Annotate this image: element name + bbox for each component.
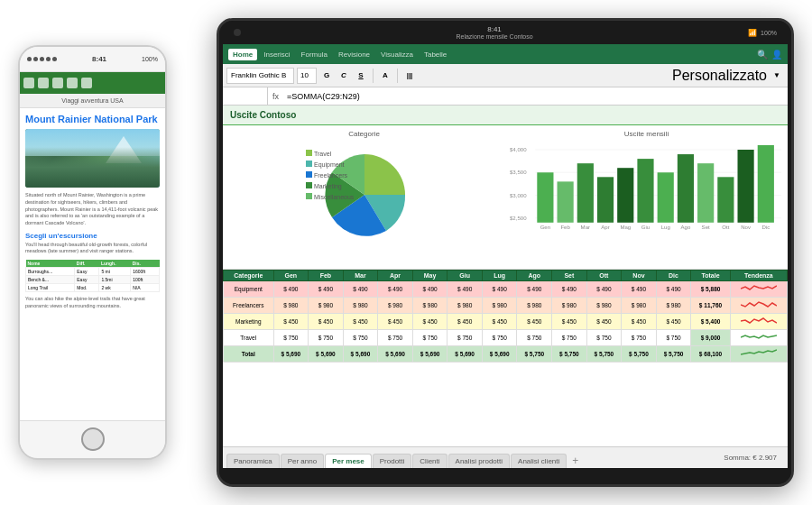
status-sum: Somma: € 2.907 bbox=[724, 454, 784, 462]
col-header-ott: Ott bbox=[586, 271, 622, 281]
sheet-tab-panoramica[interactable]: Panoramica bbox=[226, 454, 280, 468]
bar-feb bbox=[558, 181, 574, 222]
add-sheet-button[interactable]: + bbox=[567, 454, 583, 468]
bar-gen bbox=[537, 172, 553, 223]
cell-gen: $ 490 bbox=[273, 281, 309, 298]
sheet-tab-analisi-clienti[interactable]: Analisi clienti bbox=[511, 454, 567, 468]
phone-forward-icon[interactable] bbox=[38, 78, 49, 88]
pie-chart-area: Categorie bbox=[223, 125, 505, 269]
sparkline-svg-2 bbox=[741, 298, 777, 311]
signal-dot-4 bbox=[46, 57, 51, 61]
table-row-marketing: Marketing $ 450 $ 450 $ 450 $ 450 $ 450 … bbox=[224, 314, 788, 330]
sheet-tab-analisi-prodotti[interactable]: Analisi prodotti bbox=[448, 454, 510, 468]
bar-label-mar: Mar bbox=[581, 225, 590, 230]
sparkline-svg-3 bbox=[741, 315, 777, 327]
phone-content-area: Mount Rainier National Park Situated nor… bbox=[20, 108, 165, 420]
ribbon-tab-home[interactable]: Home bbox=[228, 49, 257, 60]
tablet-top-info: 8:41 Relazione mensile Contoso bbox=[456, 25, 532, 40]
underline-button[interactable]: S bbox=[354, 69, 368, 83]
phone-user-icon[interactable] bbox=[81, 78, 92, 88]
col-header-may: May bbox=[412, 271, 448, 281]
filter-button[interactable]: ▼ bbox=[770, 69, 784, 83]
ribbon-tab-tabelle[interactable]: Tabelle bbox=[420, 49, 451, 60]
legend-travel-label: Travel bbox=[314, 151, 332, 157]
sparkline-line-4 bbox=[741, 335, 777, 338]
sparkline-line bbox=[741, 286, 777, 289]
tablet-top-bezel: 8:41 Relazione mensile Contoso 📶 100% bbox=[219, 21, 791, 44]
excel-toolbar: Franklin Gothic B 10 G C S A ||| Persona… bbox=[223, 64, 788, 87]
phone-status-bar: 8:41 100% bbox=[20, 47, 165, 72]
bar-label-lug: Lug bbox=[661, 225, 670, 230]
sheet-tab-per-mese[interactable]: Per mese bbox=[325, 454, 372, 468]
tablet-top-icons: 📶 100% bbox=[748, 29, 777, 37]
col-header-giu: Giu bbox=[448, 271, 483, 281]
sheet-tab-per-anno[interactable]: Per anno bbox=[281, 454, 324, 468]
font-size-box[interactable]: 10 bbox=[297, 68, 317, 84]
phone-share-icon[interactable] bbox=[52, 78, 63, 88]
excel-name-box[interactable] bbox=[223, 87, 268, 105]
cell-total: $ 5,880 bbox=[691, 281, 730, 298]
scene: 8:41 100% Viaggi avventura USA Mount Rai… bbox=[18, 18, 794, 487]
legend-freelancers-color bbox=[306, 182, 312, 188]
table-row: Burroughs... Easy 5 mi 1600ft bbox=[26, 268, 160, 276]
y-axis-3000: $3,000 bbox=[510, 193, 527, 198]
excel-sheet-header: Uscite Contoso bbox=[223, 106, 788, 125]
col-header-tendenza: Tendenza bbox=[730, 271, 787, 281]
phone-home-button[interactable] bbox=[81, 427, 105, 451]
tablet-device: 8:41 Relazione mensile Contoso 📶 100% Ho… bbox=[217, 18, 794, 487]
font-color-button[interactable]: A bbox=[378, 69, 392, 83]
cell-category: Marketing bbox=[224, 314, 274, 330]
ribbon-tab-inserisci[interactable]: Inserisci bbox=[259, 49, 294, 60]
phone-table-col-diff: Diff. bbox=[75, 260, 99, 268]
tablet-side-button[interactable] bbox=[791, 183, 794, 219]
ribbon-tab-revisione[interactable]: Revisione bbox=[334, 49, 374, 60]
table-row-total: Total $ 5,690 $ 5,690 $ 5,690 $ 5,690 $ … bbox=[224, 346, 788, 363]
fx-label: fx bbox=[268, 92, 283, 101]
legend-marketing-label: Freelancers bbox=[314, 172, 347, 179]
bar-label-dic: Dic bbox=[761, 225, 770, 230]
excel-content: Uscite Contoso Categorie bbox=[223, 106, 788, 468]
legend-misc-color bbox=[306, 193, 312, 199]
sheet-tab-prodotti[interactable]: Prodotti bbox=[373, 454, 412, 468]
bar-mar bbox=[577, 163, 594, 223]
formula-input[interactable]: =SOMMA(C29:N29) bbox=[283, 92, 788, 101]
bar-label-may: Mag bbox=[620, 225, 631, 230]
phone-back-icon[interactable] bbox=[23, 78, 34, 88]
ribbon-tab-formula[interactable]: Formula bbox=[297, 49, 332, 60]
cell-sparkline bbox=[730, 281, 787, 298]
tablet-screen: Home Inserisci Formula Revisione Visuali… bbox=[223, 44, 788, 468]
phone-time: 8:41 bbox=[92, 55, 106, 63]
search-icon[interactable]: 🔍 bbox=[757, 50, 768, 60]
spreadsheet-table: Categorie Gen Feb Mar Apr May Giu Lug Ag… bbox=[223, 270, 788, 363]
sparkline-line-3 bbox=[741, 318, 777, 323]
font-name-box[interactable]: Franklin Gothic B bbox=[226, 68, 294, 84]
y-axis-2500: $2,500 bbox=[510, 216, 527, 221]
y-axis-3500: $3,500 bbox=[510, 170, 527, 175]
phone-footer-text: You can also hike the alpine-level trail… bbox=[25, 296, 160, 309]
bar-set bbox=[697, 163, 714, 223]
bar-label-apr: Apr bbox=[601, 225, 609, 230]
bar-apr bbox=[597, 177, 614, 223]
pie-chart: Travel Equipment Freelancers Marketing M… bbox=[301, 141, 428, 249]
col-header-apr: Apr bbox=[378, 271, 413, 281]
table-row-equipment: Equipment $ 490 $ 490 $ 490 $ 490 $ 490 … bbox=[224, 281, 788, 298]
sheet-tab-clienti[interactable]: Clienti bbox=[412, 454, 447, 468]
col-header-gen: Gen bbox=[273, 271, 309, 281]
bar-chart-area: Uscite mensili $4,000 $3,500 $3,000 $2,5… bbox=[505, 125, 788, 269]
format-button[interactable]: ||| bbox=[402, 69, 417, 83]
phone-search-icon[interactable] bbox=[67, 78, 78, 88]
italic-button[interactable]: C bbox=[337, 69, 351, 83]
account-icon[interactable]: 👤 bbox=[771, 50, 782, 60]
phone-body-text: Situated north of Mount Rainier, Washing… bbox=[25, 192, 160, 226]
battery-icon: 100% bbox=[761, 30, 777, 36]
cell-total-label: Total bbox=[224, 346, 274, 363]
col-header-dic: Dic bbox=[656, 271, 691, 281]
table-row: Bench &... Easy 1.5mi 100ft bbox=[26, 276, 160, 284]
phone-section-title: Scegli un'escursione bbox=[25, 232, 160, 240]
ribbon-tab-visualizza[interactable]: Visualizza bbox=[376, 49, 418, 60]
bold-button[interactable]: G bbox=[319, 69, 334, 83]
excel-ribbon: Home Inserisci Formula Revisione Visuali… bbox=[223, 44, 788, 64]
signal-dot-5 bbox=[52, 57, 57, 61]
bar-ott bbox=[717, 177, 734, 223]
tablet-bottom-bezel bbox=[219, 468, 791, 484]
